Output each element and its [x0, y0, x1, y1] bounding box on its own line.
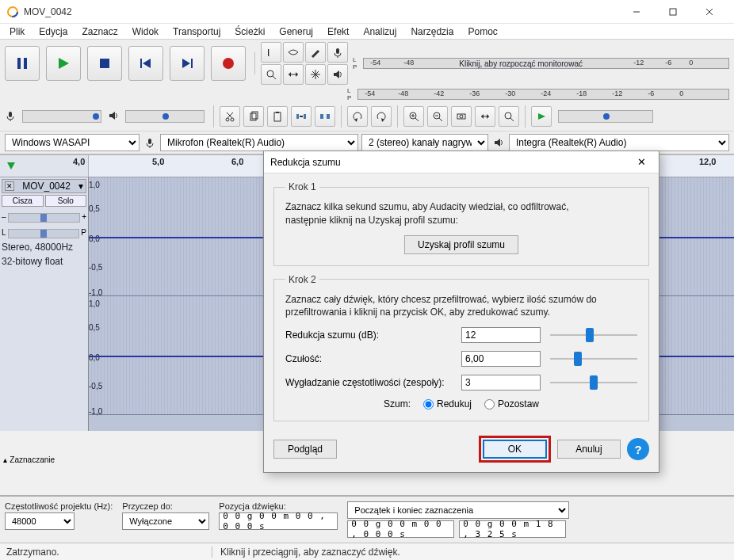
- svg-rect-37: [296, 114, 299, 119]
- menu-generuj[interactable]: Generuj: [273, 25, 319, 39]
- redo-icon[interactable]: [371, 106, 392, 127]
- menu-transportuj[interactable]: Transportuj: [166, 25, 227, 39]
- menu-pomoc[interactable]: Pomoc: [461, 25, 503, 39]
- paste-icon[interactable]: [267, 106, 288, 127]
- copy-icon[interactable]: [243, 106, 264, 127]
- sensitivity-input[interactable]: [461, 351, 541, 367]
- svg-text:I: I: [267, 48, 270, 58]
- menu-widok[interactable]: Widok: [126, 25, 165, 39]
- get-profile-button[interactable]: Uzyskaj profil szumu: [404, 235, 518, 254]
- selection-mode-select[interactable]: Początek i koniec zaznaczenia: [347, 501, 569, 519]
- play-button[interactable]: [46, 46, 81, 81]
- minimize-button[interactable]: [618, 0, 655, 24]
- solo-button[interactable]: Solo: [45, 195, 87, 207]
- undo-icon[interactable]: [347, 106, 368, 127]
- svg-point-17: [267, 70, 273, 77]
- menu-plik[interactable]: Plik: [3, 25, 31, 39]
- project-rate-label: Częstotliwość projektu (Hz):: [5, 501, 113, 511]
- smoothing-label: Wygładzanie częstotliwości (zespoły):: [285, 377, 452, 388]
- menu-narzedzia[interactable]: Narzędzia: [404, 25, 460, 39]
- step1-legend: Krok 1: [285, 181, 319, 192]
- multi-tool-icon[interactable]: [305, 64, 326, 85]
- maximize-button[interactable]: [655, 0, 691, 24]
- svg-marker-28: [109, 112, 115, 120]
- selection-end[interactable]: 0 0 g 0 0 m 1 8 , 3 2 5 s: [459, 520, 566, 538]
- timeshift-tool-icon[interactable]: [283, 64, 304, 85]
- silence-icon[interactable]: [315, 106, 335, 127]
- help-icon[interactable]: ?: [627, 438, 649, 460]
- cut-icon[interactable]: [220, 106, 240, 127]
- track-meta2: 32-bitowy float: [2, 256, 86, 267]
- svg-rect-35: [274, 112, 281, 121]
- draw-tool-icon[interactable]: [305, 42, 326, 63]
- svg-line-47: [415, 118, 419, 121]
- skip-start-button[interactable]: [128, 46, 163, 81]
- mic-meter-icon: [327, 42, 348, 63]
- svg-marker-58: [538, 113, 545, 120]
- zoom-out-icon[interactable]: [427, 106, 448, 127]
- gain-slider[interactable]: [8, 213, 81, 223]
- dialog-close-icon[interactable]: ✕: [630, 151, 652, 173]
- zoom-in-icon[interactable]: [403, 106, 424, 127]
- rec-volume-slider[interactable]: [22, 110, 101, 123]
- play-speed-slider[interactable]: [558, 110, 653, 123]
- rec-device-select[interactable]: Mikrofon (Realtek(R) Audio): [160, 134, 358, 151]
- svg-rect-13: [191, 59, 193, 68]
- step2-legend: Krok 2: [285, 274, 319, 285]
- svg-rect-59: [148, 139, 151, 144]
- rec-channels-select[interactable]: 2 (stereo) kanały nagrywa: [361, 134, 488, 151]
- zoom-fit-icon[interactable]: [475, 106, 495, 127]
- trim-icon[interactable]: [291, 106, 312, 127]
- menu-zaznacz[interactable]: Zaznacz: [75, 25, 124, 39]
- smoothing-input[interactable]: [461, 375, 541, 390]
- envelope-tool-icon[interactable]: [283, 42, 304, 63]
- sensitivity-slider[interactable]: [550, 351, 637, 367]
- audio-host-select[interactable]: Windows WASAPI: [5, 134, 140, 151]
- toolbars: I LP Kliknij, aby rozpocząć monitorować …: [0, 40, 734, 155]
- track-menu-icon[interactable]: ▾: [78, 181, 83, 192]
- svg-point-29: [226, 118, 229, 121]
- track-close-icon[interactable]: ✕: [5, 181, 14, 191]
- radio-reduce[interactable]: Redukuj: [423, 398, 472, 410]
- project-rate-select[interactable]: 48000: [5, 512, 75, 530]
- pan-slider[interactable]: [8, 229, 80, 238]
- preview-button[interactable]: Podgląd: [273, 440, 337, 459]
- selection-tool-icon[interactable]: I: [261, 42, 281, 63]
- menu-efekt[interactable]: Efekt: [321, 25, 355, 39]
- svg-rect-16: [336, 48, 339, 54]
- titlebar: MOV_0042: [0, 0, 734, 24]
- play-at-speed-icon[interactable]: [531, 106, 552, 127]
- svg-point-56: [505, 112, 511, 119]
- zoom-sel-icon[interactable]: [451, 106, 472, 127]
- snap-select[interactable]: Wyłączone: [122, 512, 209, 530]
- cancel-button[interactable]: Anuluj: [557, 440, 621, 459]
- stop-button[interactable]: [87, 46, 122, 81]
- smoothing-slider[interactable]: [550, 375, 637, 390]
- mute-button[interactable]: Cisza: [2, 195, 44, 207]
- play-device-select[interactable]: Integra (Realtek(R) Audio): [509, 134, 729, 151]
- playback-meter[interactable]: -54 -48 -42 -36 -30 -24 -18 -12 -6 0: [357, 89, 729, 100]
- zoom-toggle-icon[interactable]: [499, 106, 519, 127]
- radio-keep[interactable]: Pozostaw: [484, 398, 539, 410]
- selection-start[interactable]: 0 0 g 0 0 m 0 0 , 0 0 0 s: [347, 520, 454, 538]
- pause-button[interactable]: [5, 46, 40, 81]
- menu-sciezki[interactable]: Ścieżki: [228, 25, 271, 39]
- audio-position-value[interactable]: 0 0 g 0 0 m 0 0 , 0 0 0 s: [219, 512, 338, 530]
- app-logo-icon: [6, 6, 19, 18]
- svg-marker-20: [289, 72, 291, 77]
- record-button[interactable]: [211, 46, 246, 81]
- zoom-tool-icon[interactable]: [261, 64, 281, 85]
- recording-meter[interactable]: Kliknij, aby rozpocząć monitorować -54 -…: [363, 58, 729, 69]
- track-control-panel[interactable]: ✕ MOV_0042 ▾ Cisza Solo – + L P Stereo, …: [0, 177, 89, 431]
- menu-analizuj[interactable]: Analizuj: [357, 25, 403, 39]
- audio-position-label: Pozycja dźwięku:: [219, 501, 338, 511]
- reduction-slider[interactable]: [550, 327, 637, 343]
- ok-button[interactable]: OK: [483, 440, 547, 459]
- svg-marker-21: [296, 72, 298, 77]
- play-volume-slider[interactable]: [125, 110, 205, 123]
- menu-edycja[interactable]: Edycja: [32, 25, 74, 39]
- svg-marker-8: [59, 58, 69, 69]
- reduction-input[interactable]: [461, 327, 541, 343]
- close-button[interactable]: [691, 0, 728, 24]
- skip-end-button[interactable]: [170, 46, 205, 81]
